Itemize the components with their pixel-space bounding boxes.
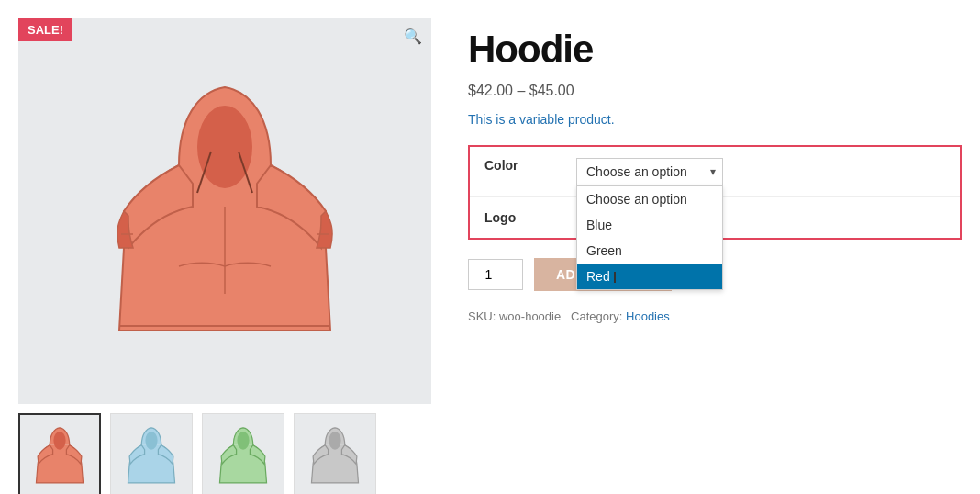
hoodie-illustration [106,64,344,358]
color-label: Color [470,147,562,197]
color-select[interactable]: Choose an option ▾ [576,158,723,185]
product-images: SALE! 🔍 [18,18,431,494]
category-label: Category: [571,309,622,323]
price-range: $42.00 – $45.00 [468,83,962,99]
zoom-icon[interactable]: 🔍 [404,28,422,45]
color-dropdown: Choose an option Blue Green Red [576,185,723,290]
svg-point-4 [53,432,65,450]
dropdown-option-blue[interactable]: Blue [577,212,722,238]
svg-point-0 [197,106,252,188]
dropdown-option-red[interactable]: Red [577,264,722,289]
color-row: Color Choose an option ▾ Choose an optio… [470,147,960,197]
color-select-value: Choose an option [586,164,687,179]
quantity-input[interactable] [468,259,523,290]
svg-point-5 [145,432,157,450]
product-details: Hoodie $42.00 – $45.00 This is a variabl… [468,18,962,494]
thumbnail-3[interactable] [202,413,284,494]
thumbnail-2[interactable] [110,413,193,494]
main-image: SALE! 🔍 [18,18,431,404]
page-wrapper: SALE! 🔍 [0,0,980,494]
sku-value: woo-hoodie [499,309,561,323]
thumbnail-4[interactable] [294,413,376,494]
thumbnail-1[interactable] [18,413,101,494]
dropdown-option-green[interactable]: Green [577,238,722,264]
cursor-indicator [614,272,619,283]
thumbnail-strip [18,413,431,494]
logo-label: Logo [470,197,562,239]
sku-line: SKU: woo-hoodie Category: Hoodies [468,309,962,323]
select-arrow-icon: ▾ [710,165,716,178]
svg-point-6 [237,432,249,450]
sale-badge: SALE! [18,18,72,41]
category-link[interactable]: Hoodies [626,309,670,323]
color-select-wrapper[interactable]: Choose an option ▾ Choose an option Blue… [576,158,723,185]
svg-point-7 [329,432,340,450]
variations-wrapper: Color Choose an option ▾ Choose an optio… [468,145,962,240]
variations-table: Color Choose an option ▾ Choose an optio… [470,147,960,238]
variable-note: This is a variable product. [468,112,962,127]
dropdown-option-default[interactable]: Choose an option [577,186,722,212]
color-control: Choose an option ▾ Choose an option Blue… [562,147,960,197]
product-title: Hoodie [468,28,962,72]
